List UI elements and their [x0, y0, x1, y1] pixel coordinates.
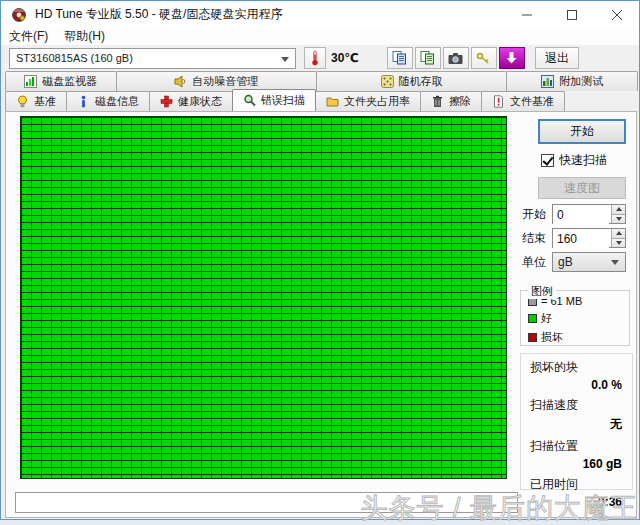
tab-label: 文件夹占用率: [344, 94, 410, 109]
tab-row-top: 磁盘监视器 自动噪音管理 随机存取 附加: [5, 71, 637, 91]
menu-file[interactable]: 文件(F): [1, 28, 56, 45]
trash-icon: [431, 95, 444, 108]
speaker-icon: [174, 75, 187, 88]
copy-results-button[interactable]: [415, 47, 441, 69]
triangle-down-icon: [616, 241, 622, 245]
maximize-icon: [567, 10, 577, 20]
tab-benchmark[interactable]: 基准: [5, 91, 67, 111]
red-cross-icon: [160, 95, 173, 108]
update-download-icon: [506, 52, 517, 64]
triangle-up-icon: [616, 207, 622, 211]
spin-up-button[interactable]: [611, 205, 625, 214]
maximize-button[interactable]: [549, 1, 594, 28]
app-logo-icon: [11, 7, 27, 23]
scan-start-input[interactable]: [553, 206, 609, 224]
menu-help[interactable]: 帮助(H): [56, 28, 113, 45]
tab-label: 磁盘监视器: [42, 74, 97, 89]
keys-button[interactable]: [471, 47, 497, 69]
scan-end-spinner: [552, 228, 626, 248]
chevron-down-icon: [281, 57, 289, 62]
title-bar: HD Tune 专业版 5.50 - 硬盘/固态硬盘实用程序: [1, 1, 639, 28]
menu-bar: 文件(F) 帮助(H): [1, 28, 639, 45]
watermark-text: 头条号 / 最后的大魔王: [360, 490, 638, 525]
triangle-down-icon: [616, 217, 622, 221]
scan-start-label: 开始: [522, 206, 552, 223]
unit-select[interactable]: gB: [552, 252, 626, 272]
speed-map-label: 速度图: [564, 180, 600, 197]
tab-label: 基准: [34, 94, 56, 109]
screenshot-button[interactable]: [443, 47, 469, 69]
chevron-down-icon: [611, 260, 619, 265]
tab-random-access[interactable]: 随机存取: [316, 71, 507, 91]
legend-item-damaged: 损坏: [528, 330, 629, 345]
unit-select-value: gB: [558, 255, 573, 269]
folder-icon: [326, 95, 339, 108]
legend-label: 损坏: [541, 330, 563, 345]
unit-label: 单位: [522, 254, 552, 271]
tab-error-scan[interactable]: 错误扫描: [232, 89, 316, 111]
legend-title: 图例: [528, 284, 556, 299]
good-swatch: [528, 314, 537, 323]
scan-start-spinner: [552, 204, 626, 224]
update-button[interactable]: [499, 47, 525, 69]
file-exclamation-icon: [492, 95, 505, 108]
tab-folder-usage[interactable]: 文件夹占用率: [315, 91, 421, 111]
tab-label: 磁盘信息: [95, 94, 139, 109]
legend-label: 好: [541, 311, 552, 326]
screenshot-camera-icon: [448, 52, 463, 65]
copy-icon: [392, 51, 407, 65]
tab-row-bottom: 基准 磁盘信息 健康状态 错误扫描: [5, 91, 637, 111]
disk-monitor-icon: [24, 75, 37, 88]
temperature-button[interactable]: [304, 47, 326, 69]
copy-button[interactable]: [387, 47, 413, 69]
tab-label: 文件基准: [510, 94, 554, 109]
spin-up-button[interactable]: [611, 229, 625, 238]
tab-health[interactable]: 健康状态: [149, 91, 233, 111]
start-scan-label: 开始: [570, 123, 594, 140]
spin-down-button[interactable]: [611, 238, 625, 248]
copy-results-icon: [420, 51, 435, 65]
hdtune-window: HD Tune 专业版 5.50 - 硬盘/固态硬盘实用程序 文件(F) 帮助(…: [0, 0, 640, 520]
quick-scan-checkbox[interactable]: [541, 154, 554, 167]
tab-aam[interactable]: 自动噪音管理: [116, 71, 317, 91]
tab-label: 错误扫描: [261, 93, 305, 108]
magnifier-icon: [243, 94, 256, 107]
dice-icon: [381, 75, 394, 88]
tab-disk-monitor[interactable]: 磁盘监视器: [5, 71, 117, 91]
stat-scan-speed: 扫描速度 无: [530, 397, 624, 433]
stat-damaged-blocks: 损坏的块 0.0 %: [530, 359, 624, 392]
damaged-swatch: [528, 333, 537, 342]
keys-icon: [476, 52, 491, 65]
stat-scan-position: 扫描位置 160 gB: [530, 438, 624, 471]
extra-tests-icon: [541, 75, 554, 88]
tab-label: 随机存取: [399, 74, 443, 89]
drive-select[interactable]: ST3160815AS (160 gB): [9, 48, 296, 69]
scan-end-input[interactable]: [553, 230, 609, 248]
exit-button[interactable]: 退出: [535, 47, 579, 69]
thermometer-icon: [310, 50, 320, 66]
tab-label: 自动噪音管理: [192, 74, 258, 89]
speed-map-button[interactable]: 速度图: [538, 177, 626, 199]
triangle-up-icon: [616, 231, 622, 235]
scan-stats-box: 损坏的块 0.0 % 扫描速度 无 扫描位置 160 gB 已用时间 0:36: [520, 353, 633, 490]
tab-label: 附加测试: [559, 74, 603, 89]
toolbar: ST3160815AS (160 gB) 30℃: [1, 45, 639, 71]
tab-erase[interactable]: 擦除: [420, 91, 482, 111]
tab-label: 健康状态: [178, 94, 222, 109]
minimize-icon: [522, 10, 532, 20]
tab-disk-info[interactable]: 磁盘信息: [66, 91, 150, 111]
start-scan-button[interactable]: 开始: [538, 119, 626, 144]
spin-down-button[interactable]: [611, 214, 625, 224]
close-button[interactable]: [594, 1, 639, 28]
tab-extra-tests[interactable]: 附加测试: [506, 71, 638, 91]
drive-select-value: ST3160815AS (160 gB): [16, 52, 133, 64]
minimize-button[interactable]: [504, 1, 549, 28]
info-icon: [77, 95, 90, 108]
lightbulb-icon: [16, 95, 29, 108]
tab-file-benchmark[interactable]: 文件基准: [481, 91, 565, 111]
legend-item-good: 好: [528, 311, 629, 326]
scan-end-label: 结束: [522, 230, 552, 247]
quick-scan-label: 快速扫描: [559, 152, 607, 169]
temperature-value: 30℃: [331, 51, 359, 65]
close-icon: [612, 10, 622, 20]
